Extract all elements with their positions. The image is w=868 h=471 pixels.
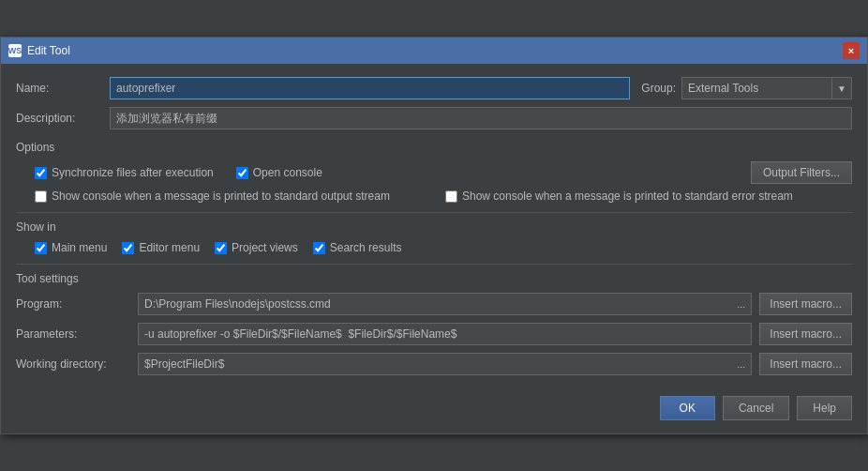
- search-results-checkbox[interactable]: [313, 242, 325, 254]
- options-section: Options Synchronize files after executio…: [16, 141, 852, 203]
- divider-1: [16, 212, 852, 213]
- program-input[interactable]: [138, 293, 731, 315]
- title-bar: WS Edit Tool ×: [1, 38, 867, 64]
- program-row: Program: ... Insert macro...: [16, 293, 852, 315]
- program-label: Program:: [16, 297, 138, 311]
- divider-2: [16, 264, 852, 265]
- search-results-label[interactable]: Search results: [313, 241, 402, 254]
- parameters-input-wrapper: [138, 323, 752, 345]
- group-section: Group: ▼: [641, 77, 852, 99]
- options-title: Options: [16, 141, 852, 154]
- group-input[interactable]: [681, 77, 831, 99]
- parameters-insert-macro-button[interactable]: Insert macro...: [759, 323, 852, 345]
- editor-menu-label[interactable]: Editor menu: [122, 241, 200, 254]
- sync-files-checkbox[interactable]: [35, 167, 47, 179]
- main-menu-checkbox[interactable]: [35, 242, 47, 254]
- bottom-buttons: OK Cancel Help: [16, 388, 852, 420]
- show-console-output-label[interactable]: Show console when a message is printed t…: [35, 190, 441, 203]
- name-label: Name:: [16, 82, 110, 95]
- main-menu-label[interactable]: Main menu: [35, 241, 107, 254]
- sync-files-label[interactable]: Synchronize files after execution: [35, 166, 214, 179]
- description-input[interactable]: [110, 107, 852, 129]
- name-group-row: Name: Group: ▼: [16, 77, 852, 99]
- dialog-title: Edit Tool: [27, 44, 70, 57]
- parameters-row: Parameters: Insert macro...: [16, 323, 852, 345]
- close-button[interactable]: ×: [843, 42, 860, 59]
- show-in-title: Show in: [16, 220, 852, 234]
- options-row-2: Show console when a message is printed t…: [16, 190, 852, 203]
- tool-settings-section: Tool settings Program: ... Insert macro.…: [16, 272, 852, 375]
- working-directory-label: Working directory:: [16, 357, 138, 371]
- title-bar-left: WS Edit Tool: [8, 44, 70, 57]
- dialog-body: Name: Group: ▼ Description: Options: [1, 64, 867, 433]
- open-console-checkbox[interactable]: [236, 167, 248, 179]
- show-console-output-checkbox[interactable]: [35, 190, 47, 203]
- show-console-error-checkbox[interactable]: [445, 190, 457, 203]
- tool-settings-title: Tool settings: [16, 272, 852, 285]
- program-insert-macro-button[interactable]: Insert macro...: [759, 293, 852, 315]
- cancel-button[interactable]: Cancel: [723, 396, 789, 420]
- program-input-wrapper: ...: [138, 293, 752, 315]
- show-in-row: Main menu Editor menu Project views Sear…: [16, 241, 852, 254]
- working-directory-insert-macro-button[interactable]: Insert macro...: [759, 353, 852, 375]
- show-in-section: Show in Main menu Editor menu Project vi…: [16, 220, 852, 254]
- working-directory-dots-button[interactable]: ...: [731, 353, 752, 375]
- working-directory-input-wrapper: ...: [138, 353, 752, 375]
- ok-button[interactable]: OK: [660, 396, 715, 420]
- project-views-label[interactable]: Project views: [215, 241, 298, 254]
- options-row-1: Synchronize files after execution Open c…: [16, 161, 852, 184]
- edit-tool-dialog: WS Edit Tool × Name: Group: ▼ Descriptio…: [0, 37, 868, 434]
- project-views-checkbox[interactable]: [215, 242, 227, 254]
- description-label: Description:: [16, 112, 110, 125]
- working-directory-row: Working directory: ... Insert macro...: [16, 353, 852, 375]
- description-row: Description:: [16, 107, 852, 129]
- editor-menu-checkbox[interactable]: [122, 242, 134, 254]
- working-directory-input[interactable]: [138, 353, 731, 375]
- group-label: Group:: [641, 82, 676, 95]
- group-input-wrapper: ▼: [681, 77, 852, 99]
- parameters-label: Parameters:: [16, 327, 138, 341]
- help-button[interactable]: Help: [797, 396, 852, 420]
- show-console-error-label[interactable]: Show console when a message is printed t…: [445, 190, 852, 203]
- program-dots-button[interactable]: ...: [731, 293, 752, 315]
- name-input[interactable]: [110, 77, 630, 99]
- parameters-input[interactable]: [138, 323, 752, 345]
- options-checkboxes-row1: Synchronize files after execution Open c…: [35, 166, 751, 179]
- open-console-label[interactable]: Open console: [236, 166, 322, 179]
- group-dropdown-button[interactable]: ▼: [831, 77, 852, 99]
- name-section: Name:: [16, 77, 630, 99]
- app-icon: WS: [8, 44, 22, 57]
- output-filters-button[interactable]: Output Filters...: [751, 161, 852, 184]
